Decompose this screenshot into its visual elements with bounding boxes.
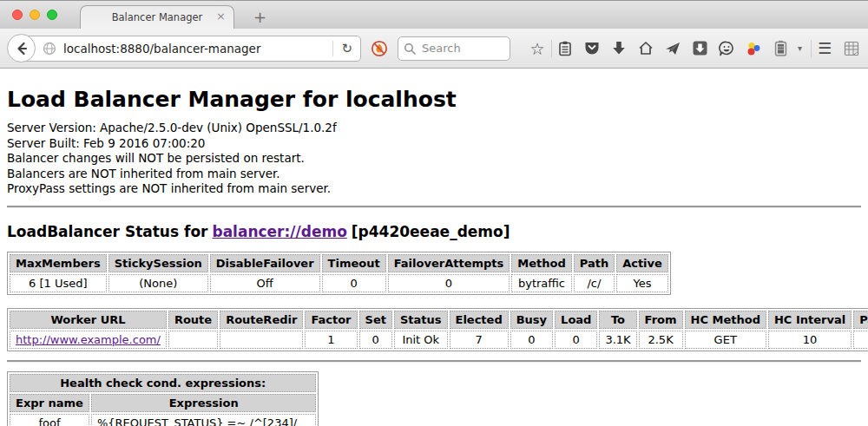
download-panel-icon[interactable]	[692, 40, 707, 57]
search-bar[interactable]	[398, 36, 510, 61]
table-header-row: MaxMembers StickySession DisableFailover…	[10, 254, 668, 272]
clipboard-icon[interactable]	[557, 40, 573, 57]
table-row: 6 [1 Used] (None) Off 0 0 bytraffic /c/ …	[10, 274, 668, 292]
navigation-toolbar: localhost:8880/balancer-manager ↻ ☆	[0, 29, 868, 69]
tab-close-icon[interactable]: ×	[216, 10, 226, 22]
menu-hamburger-icon[interactable]: ☰	[817, 40, 832, 57]
toolbar-divider	[551, 40, 552, 57]
table-row: foof %{REQUEST_STATUS} =~ /^[234]/	[10, 414, 316, 426]
pocket-icon[interactable]	[584, 40, 600, 57]
traffic-lights	[12, 10, 57, 20]
balancers-notice-line: Balancers are NOT inherited from main se…	[7, 167, 861, 182]
battery-extension-icon[interactable]	[773, 40, 788, 57]
color-dots-icon[interactable]	[746, 40, 761, 57]
worker-status-table: Worker URL Route RouteRedir Factor Set S…	[7, 308, 868, 351]
server-version-line: Server Version: Apache/2.5.0-dev (Unix) …	[7, 121, 861, 136]
chat-smiley-icon[interactable]	[719, 40, 734, 57]
table-row: http://www.example.com/ 1 0 Init Ok 7 0 …	[10, 331, 868, 349]
close-window-button[interactable]	[12, 10, 23, 20]
page-title: Load Balancer Manager for localhost	[7, 87, 861, 112]
send-plane-icon[interactable]	[665, 40, 681, 57]
search-icon	[404, 43, 416, 55]
worker-url-link[interactable]: http://www.example.com/	[16, 333, 161, 346]
back-button[interactable]	[7, 34, 36, 62]
search-input[interactable]	[420, 41, 498, 56]
table-header-row: Expr name Expression	[10, 394, 316, 412]
chevron-down-icon[interactable]: ▾	[796, 40, 805, 57]
balancer-settings-table: MaxMembers StickySession DisableFailover…	[7, 252, 671, 295]
globe-icon	[43, 42, 56, 56]
persist-notice-line: Balancer changes will NOT be persisted o…	[7, 151, 861, 167]
content-blocked-icon[interactable]	[371, 40, 388, 57]
table-header-row: Worker URL Route RouteRedir Factor Set S…	[10, 311, 868, 329]
minimize-window-button[interactable]	[30, 10, 40, 20]
section-divider	[7, 360, 861, 363]
grid-extension-icon[interactable]	[844, 40, 859, 57]
section-divider	[7, 206, 861, 208]
home-icon[interactable]	[638, 40, 654, 57]
window-titlebar: Balancer Manager × +	[0, 0, 868, 29]
zoom-window-button[interactable]	[47, 10, 57, 20]
balancer-manager-page: Load Balancer Manager for localhost Serv…	[0, 87, 868, 426]
balancer-demo-link[interactable]: balancer://demo	[212, 223, 346, 240]
toolbar-divider	[811, 40, 812, 57]
loadbalancer-status-heading: LoadBalancer Status forbalancer://demo[p…	[7, 223, 861, 240]
url-bar[interactable]: localhost:8880/balancer-manager ↻	[21, 36, 361, 62]
new-tab-button[interactable]: +	[248, 8, 272, 27]
url-text[interactable]: localhost:8880/balancer-manager	[63, 42, 332, 56]
health-check-expressions-table: Health check cond. expressions: Expr nam…	[7, 371, 319, 426]
server-info: Server Version: Apache/2.5.0-dev (Unix) …	[7, 121, 861, 197]
table-title-row: Health check cond. expressions:	[10, 374, 316, 392]
download-arrow-icon[interactable]	[611, 40, 627, 57]
tab-title: Balancer Manager	[112, 11, 203, 23]
server-built-line: Server Built: Feb 9 2016 07:00:20	[7, 136, 861, 152]
browser-tab[interactable]: Balancer Manager ×	[80, 5, 234, 29]
proxypass-notice-line: ProxyPass settings are NOT inherited fro…	[7, 181, 861, 197]
reload-icon[interactable]: ↻	[333, 41, 360, 56]
back-arrow-icon	[14, 41, 30, 56]
bookmark-star-icon[interactable]: ☆	[529, 40, 545, 57]
